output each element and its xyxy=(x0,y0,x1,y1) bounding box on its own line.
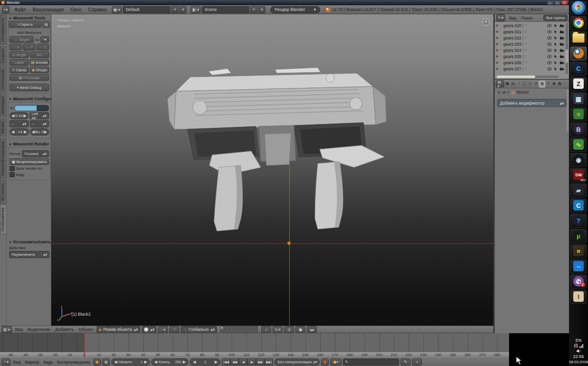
save-render-checkbox[interactable] xyxy=(10,166,15,171)
delete-scene-button[interactable]: × xyxy=(258,6,265,13)
visibility-eye-icon[interactable] xyxy=(547,36,552,40)
layer-cell[interactable] xyxy=(224,330,227,333)
segment-measure-button[interactable]: ↔Segm xyxy=(10,36,34,43)
end-frame-stepper[interactable]: ◀ Конец: 250 ▶ xyxy=(151,358,188,366)
shelf-tab[interactable]: Отображение xyxy=(0,204,6,234)
set-view-panel-header[interactable]: ▼ Установить/снять вид xyxy=(7,238,52,245)
pivot-center-dropdown[interactable]: ◦ ▾ xyxy=(158,326,168,333)
clock-time[interactable]: 22:56 xyxy=(573,354,584,359)
menu-item[interactable]: Вид xyxy=(13,360,20,365)
editor-type-properties-icon[interactable]: ▤ ▾ xyxy=(496,80,504,87)
shelf-tab[interactable]: 3D-печать xyxy=(0,180,6,204)
i-app-icon[interactable]: I xyxy=(570,290,587,304)
visibility-eye-icon[interactable] xyxy=(547,55,552,58)
windows-start-icon[interactable] xyxy=(570,1,587,15)
label-measure-button[interactable]: Label xyxy=(10,59,29,66)
layer-cell[interactable] xyxy=(228,326,231,329)
frame-checkbox[interactable] xyxy=(10,172,15,177)
play-reverse-button[interactable]: ◀ xyxy=(239,358,247,366)
layer-cell[interactable] xyxy=(232,330,235,333)
layer-cell[interactable] xyxy=(243,330,246,333)
layers-grid[interactable] xyxy=(220,326,258,333)
render-camera-icon[interactable] xyxy=(559,24,564,28)
material-tab-icon[interactable]: ◉ xyxy=(551,81,557,87)
steam-icon[interactable]: ◉ xyxy=(570,153,587,167)
layer-cell[interactable] xyxy=(255,326,258,329)
render-camera-icon[interactable] xyxy=(559,48,564,52)
measureit-render-panel-header[interactable]: ▼ MeasureIt Render xyxy=(7,140,52,147)
render-tab-icon[interactable]: ▣ xyxy=(505,81,510,87)
visibility-eye-icon[interactable] xyxy=(547,61,552,65)
pivot-align-toggle[interactable]: ⁘ xyxy=(169,326,179,333)
layer-cell[interactable] xyxy=(220,330,224,333)
measureit-tools-panel-header[interactable]: ▼ MeasureIt Tools xyxy=(7,14,52,21)
selectable-cursor-icon[interactable] xyxy=(553,24,558,28)
viber-icon[interactable]: ✆2 xyxy=(570,275,587,289)
expand-icon[interactable]: ⊕ xyxy=(496,42,499,46)
sum-stepper[interactable]: ·▾ xyxy=(40,36,49,43)
auto-keyframe-record-button[interactable] xyxy=(321,358,329,366)
layer-cell[interactable] xyxy=(220,326,224,329)
selectable-cursor-icon[interactable] xyxy=(553,61,558,65)
layer-cell[interactable] xyxy=(255,330,258,333)
action-dropdown[interactable]: Переключить▴▾ xyxy=(9,251,49,258)
particles-tab-icon[interactable]: ∴ xyxy=(563,81,568,87)
menu-item[interactable]: Добавить xyxy=(55,327,74,332)
visibility-eye-icon[interactable] xyxy=(547,24,552,28)
expand-icon[interactable]: ⊕ xyxy=(496,67,499,71)
minimize-button[interactable]: – xyxy=(547,1,553,5)
layer-cell[interactable] xyxy=(251,326,254,329)
frame-lock-icon[interactable] xyxy=(102,358,110,366)
solidworks-2017-icon[interactable]: SW2017 xyxy=(570,168,587,182)
layer-cell[interactable] xyxy=(239,330,243,333)
layer-cell[interactable] xyxy=(247,326,250,329)
text-size-stepper[interactable]: ◀ 0.10 ▶ xyxy=(10,112,29,119)
current-frame-line[interactable] xyxy=(84,333,85,358)
render-camera-icon[interactable] xyxy=(559,67,564,71)
jump-to-start-button[interactable]: |◀◀ xyxy=(222,358,230,366)
shelf-tab[interactable]: Анимация xyxy=(0,94,6,117)
play-button[interactable]: ▶ xyxy=(247,358,256,366)
layer-cell[interactable] xyxy=(228,330,231,333)
render-measures-button[interactable]: ▣ Визуализировать xyxy=(10,158,49,165)
scene-browse-icon[interactable]: ◧ ▾ xyxy=(190,6,201,13)
expand-icon[interactable]: ⊕ xyxy=(496,48,499,52)
opengl-render-anim-button[interactable]: ▬ xyxy=(307,326,317,333)
add-scene-button[interactable]: + xyxy=(250,6,257,13)
insert-keyframe-icon[interactable]: ✎ xyxy=(401,358,411,366)
action-center-flag-icon[interactable] xyxy=(574,344,578,348)
blue-c-app-icon[interactable]: C xyxy=(570,62,587,76)
expand-icon[interactable]: ⊕ xyxy=(496,61,499,65)
clock-date[interactable]: 28.03.2018 xyxy=(569,360,588,364)
outliner-vertical-scrollbar[interactable] xyxy=(566,23,568,74)
text-color-swatch[interactable] xyxy=(14,105,49,111)
mesh-debug-expander[interactable]: ▸ Mesh Debug xyxy=(10,84,49,91)
visibility-eye-icon[interactable] xyxy=(547,48,552,52)
render-engine-selector[interactable]: Рендер Blender▾ xyxy=(270,6,320,13)
render-camera-icon[interactable] xyxy=(559,55,564,58)
layer-cell[interactable] xyxy=(251,330,254,333)
selectable-cursor-icon[interactable] xyxy=(553,30,558,34)
menu-item[interactable]: Выделение xyxy=(28,327,50,332)
layer-cell[interactable] xyxy=(243,326,246,329)
sync-dropdown[interactable]: Без синхронизации ▴▾ xyxy=(274,358,320,366)
proportional-edit-icon[interactable]: ◎ xyxy=(284,326,294,333)
zbrush-icon[interactable]: Z xyxy=(570,77,587,91)
outliner-item[interactable]: ⊕ ▽ gears.022 | ▽ xyxy=(496,35,564,41)
chrome-icon[interactable] xyxy=(570,16,587,30)
outliner-item[interactable]: ⊕ ▽ gears.026 | ▽ xyxy=(496,59,564,66)
volume-icon[interactable] xyxy=(576,349,581,353)
editor-type-outliner-icon[interactable]: ≡ ▾ xyxy=(496,14,505,21)
mode-dropdown[interactable]: ■ Режим объекта▴▾ xyxy=(97,326,140,333)
expand-icon[interactable]: ⊕ xyxy=(496,24,499,28)
utorrent-icon[interactable]: µ xyxy=(570,229,587,243)
texture-tab-icon[interactable]: ▦ xyxy=(557,81,562,87)
maximize-button[interactable]: □ xyxy=(554,1,560,5)
snap-magnet-icon[interactable]: Ω ▾ xyxy=(273,326,283,333)
calculator-icon[interactable]: ▦ xyxy=(570,92,587,106)
render-camera-icon[interactable] xyxy=(559,61,564,65)
menu-item[interactable]: Файл xyxy=(14,7,26,12)
visibility-eye-icon[interactable] xyxy=(547,42,552,46)
shelf-tab[interactable]: Эскизный карандаш xyxy=(0,138,6,179)
shelf-tab[interactable]: Физика xyxy=(0,118,6,137)
